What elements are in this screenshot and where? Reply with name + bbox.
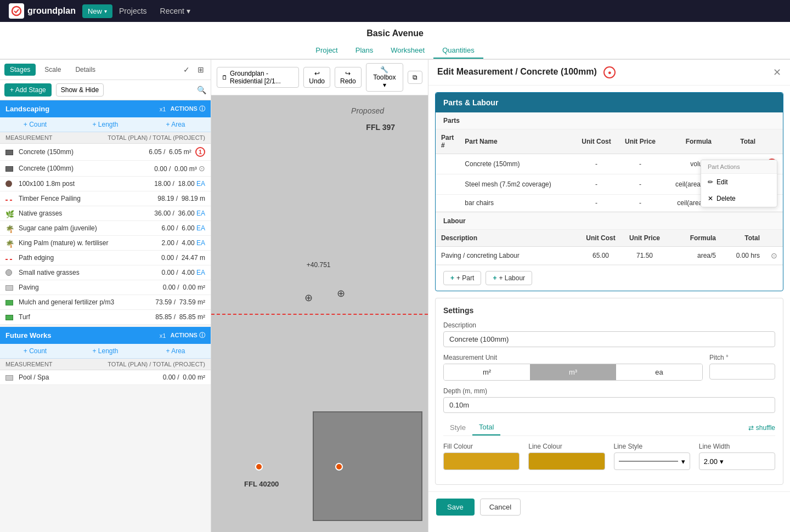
cancel-button[interactable]: Cancel (480, 499, 521, 516)
unit-m2[interactable]: m² (444, 364, 530, 380)
close-button[interactable]: ✕ (773, 66, 781, 78)
show-hide-button[interactable]: Show & Hide (56, 83, 104, 97)
line-width-value: 2.00 (704, 457, 718, 466)
unit-m3[interactable]: m³ (530, 364, 616, 380)
parts-table-wrapper: Part # Part Name Unit Cost Unit Price Fo… (436, 129, 783, 212)
lth-total: Total (721, 230, 765, 247)
measurement-header-future-works: MEASUREMENT TOTAL (PLAN) / TOTAL (PROJEC… (0, 359, 211, 370)
check-icon[interactable]: ✓ (181, 63, 192, 76)
shuffle-button[interactable]: ⇄ shuffle (748, 424, 775, 432)
context-menu-delete[interactable]: ✕ Delete (701, 190, 777, 207)
length-button-landscaping[interactable]: + Length (70, 117, 140, 132)
row3-name: bar chairs (459, 195, 574, 212)
labour-row-1[interactable]: Paving / concreting Labour 65.00 71.50 a… (436, 247, 783, 265)
row-values: 98.19 / 98.19 m (157, 195, 205, 202)
tab-total[interactable]: Total (472, 420, 500, 435)
tab-details[interactable]: Details (70, 64, 101, 76)
context-menu-edit[interactable]: ✏ Edit (701, 174, 777, 190)
stage-header-future-works[interactable]: Future Works x1 ACTIONS ⓘ (0, 327, 211, 344)
edit-title-text: Edit Measurement / Concrete (100mm) (437, 67, 597, 76)
measurement-header-landscaping: MEASUREMENT TOTAL (PLAN) / TOTAL (PROJEC… (0, 132, 211, 144)
measurement-row[interactable]: Concrete (100mm) 0.00 / 0.00 m³ ⊙ (0, 161, 211, 177)
new-button[interactable]: New (82, 4, 112, 18)
copy-button[interactable]: ⧉ (408, 71, 422, 84)
length-button-future-works[interactable]: + Length (70, 344, 140, 358)
line-width-select[interactable]: 2.00 ▾ (699, 452, 775, 470)
tab-scale[interactable]: Scale (39, 64, 66, 76)
line-style-select[interactable]: ▾ (614, 452, 690, 470)
stage-header-landscaping[interactable]: Landscaping x1 ACTIONS ⓘ (0, 100, 211, 117)
count-button-landscaping[interactable]: + Count (0, 117, 70, 132)
recent-link[interactable]: Recent ▾ (154, 7, 197, 15)
row1-part-num (436, 154, 459, 174)
lr1-action[interactable]: ⊙ (765, 247, 783, 265)
measurement-row[interactable]: Concrete (150mm) 6.05 / 6.05 m² 1 (0, 144, 211, 161)
add-labour-button[interactable]: + + Labour (486, 271, 532, 285)
line-width-arrow: ▾ (720, 457, 724, 466)
grid-icon[interactable]: ⊞ (195, 63, 206, 76)
line-colour-swatch[interactable] (528, 452, 605, 470)
row2-name: Steel mesh (7.5m2 coverage) (459, 174, 574, 195)
badge-1: 1 (195, 147, 205, 157)
measurement-row[interactable]: Turf 85.85 / 85.85 m² (0, 310, 211, 325)
edit-title: Edit Measurement / Concrete (100mm) ● (437, 66, 769, 78)
area-button-future-works[interactable]: + Area (140, 344, 211, 358)
measurement-row[interactable]: Small native grasses 0.00 / 4.00 EA (0, 265, 211, 280)
measurement-row[interactable]: Mulch and general fertilizer p/m3 73.59 … (0, 295, 211, 310)
parts-labour-header: Parts & Labour (436, 93, 783, 112)
labour-table-header: Description Unit Cost Unit Price Formula… (436, 230, 783, 247)
unit-ea[interactable]: ea (616, 364, 702, 380)
measurement-unit-group: Measurement Unit m² m³ ea (443, 354, 703, 381)
row-values: 6.05 / 6.05 m² 1 (149, 147, 205, 157)
undo-button[interactable]: ↩ Undo (303, 67, 330, 88)
pitch-input[interactable] (709, 364, 775, 380)
measurement-row[interactable]: Paving 0.00 / 0.00 m² (0, 280, 211, 295)
tab-worksheet[interactable]: Worksheet (382, 43, 433, 59)
count-button-future-works[interactable]: + Count (0, 344, 70, 358)
crosshair-icon2: ⊕ (337, 287, 345, 299)
tab-stages[interactable]: Stages (4, 64, 36, 76)
tab-style[interactable]: Style (443, 420, 472, 435)
add-labour-label: + Labour (499, 274, 525, 282)
edit-header: Edit Measurement / Concrete (100mm) ● ✕ (428, 60, 790, 86)
project-tabs: Project Plans Worksheet Quantities (0, 43, 790, 59)
settings-section: Settings Description Measurement Unit m²… (435, 298, 783, 485)
row2-unit-cost: - (574, 174, 618, 195)
edit-icon: ✏ (708, 178, 713, 186)
stage-actions-future-works[interactable]: ACTIONS ⓘ (170, 331, 205, 339)
projects-link[interactable]: Projects (112, 7, 154, 15)
plan-proposed-label: Proposed (351, 106, 384, 115)
add-stage-button[interactable]: + Add Stage (4, 83, 52, 97)
depth-input[interactable] (443, 397, 775, 413)
search-button[interactable]: 🔍 (197, 86, 206, 94)
tab-quantities[interactable]: Quantities (433, 43, 483, 59)
top-nav: groundplan New Projects Recent ▾ (0, 0, 790, 22)
description-input[interactable] (443, 331, 775, 347)
stage-actions-landscaping[interactable]: ACTIONS ⓘ (170, 105, 205, 113)
measurement-row[interactable]: Path edging 0.00 / 24.47 m (0, 251, 211, 265)
measurement-row[interactable]: 🌴 King Palm (mature) w. fertiliser 2.00 … (0, 236, 211, 251)
area-button-landscaping[interactable]: + Area (140, 117, 211, 132)
measurement-row[interactable]: 🌴 Sugar cane palm (juvenile) 6.00 / 6.00… (0, 221, 211, 236)
right-panel: Edit Measurement / Concrete (100mm) ● ✕ … (428, 60, 790, 532)
toolbox-button[interactable]: 🔧 Toolbox ▾ (366, 63, 403, 92)
add-part-button[interactable]: + + Part (443, 271, 481, 285)
row-values: 0.00 / 0.00 m² (163, 284, 205, 291)
th-total: Total (717, 129, 761, 154)
unit-pitch-row: Measurement Unit m² m³ ea Pitch ° (443, 354, 775, 381)
center-plan: 🗒 Groundplan - Residential [2/1... ↩ Und… (211, 60, 428, 532)
tab-plans[interactable]: Plans (347, 43, 382, 59)
measurement-row[interactable]: 100x100 1.8m post 18.00 / 18.00 EA (0, 177, 211, 191)
measurement-row[interactable]: Timber Fence Pailing 98.19 / 98.19 m (0, 191, 211, 206)
stage-multiplier-future-works: x1 (160, 332, 166, 339)
measurement-row[interactable]: 🌿 Native grasses 36.00 / 36.00 EA (0, 206, 211, 221)
plan-toolbar: 🗒 Groundplan - Residential [2/1... ↩ Und… (211, 60, 428, 95)
save-button[interactable]: Save (436, 499, 475, 516)
parts-sub-header: Parts (436, 112, 783, 129)
row-name: Sugar cane palm (juvenile) (19, 224, 162, 232)
redo-button[interactable]: ↪ Redo (335, 67, 362, 88)
lth-description: Description (436, 230, 579, 247)
tab-project[interactable]: Project (307, 43, 346, 59)
fill-colour-swatch[interactable] (443, 452, 520, 470)
measurement-row[interactable]: Pool / Spa 0.00 / 0.00 m² (0, 370, 211, 385)
